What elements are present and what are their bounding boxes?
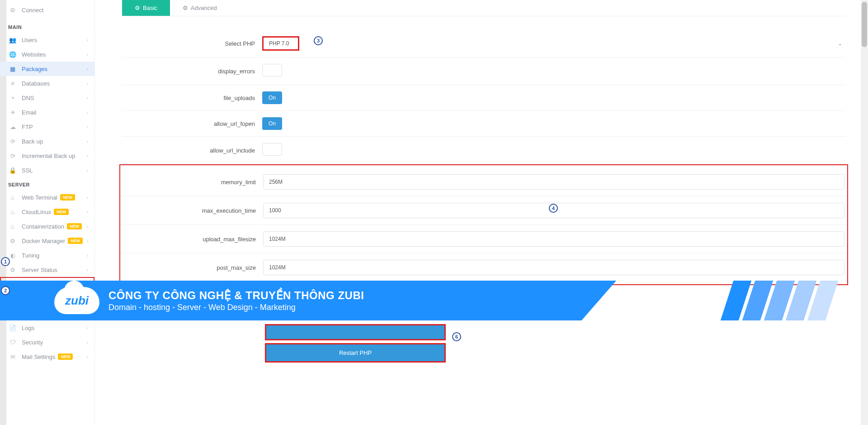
new-badge: NEW — [60, 194, 75, 201]
input-upload-max-filesize[interactable] — [263, 231, 844, 247]
gear-icon: ⚙ — [8, 237, 17, 244]
sidebar-item-mail-settings[interactable]: ✉Mail SettingsNEW› — [0, 349, 94, 364]
chevron-right-icon: › — [87, 325, 88, 330]
label-post-max-size: post_max_size — [123, 264, 263, 271]
annotation-3: 3 — [314, 36, 323, 45]
sidebar-item-server-status[interactable]: ⚙Server Status› — [0, 263, 94, 277]
database-icon: ≡ — [8, 80, 17, 87]
label-display-errors: display_errors — [122, 68, 262, 75]
chevron-right-icon: › — [87, 67, 88, 72]
sidebar: ⚙ Connect MAIN 👥Users› 🌐Websites› ▦Packa… — [0, 0, 95, 425]
sidebar-item-containerization[interactable]: ♨ContainerizationNEW› — [0, 219, 94, 234]
gear-icon: ⚙ — [8, 6, 17, 14]
chevron-right-icon: › — [87, 81, 88, 86]
chevron-right-icon: › — [87, 224, 88, 229]
label-max-execution-time: max_execution_time — [123, 207, 263, 214]
sidebar-item-backup[interactable]: ⟳Back up› — [0, 134, 94, 148]
label-memory-limit: memory_limit — [123, 179, 263, 186]
toggle-allow-url-fopen[interactable]: On — [262, 117, 282, 130]
input-post-max-size[interactable] — [263, 260, 844, 275]
cloud-icon: ☁ — [8, 123, 17, 130]
half-icon: ◐ — [8, 252, 17, 259]
chevron-right-icon: › — [87, 96, 88, 100]
chevron-right-icon: › — [87, 253, 88, 258]
fire-icon: ♨ — [8, 223, 17, 230]
sidebar-item-packages[interactable]: ▦Packages› — [0, 62, 94, 76]
globe-icon: 🌐 — [8, 51, 17, 58]
sidebar-item-websites[interactable]: 🌐Websites› — [0, 47, 94, 62]
banner-title: CÔNG TY CÔNG NGHỆ & TRUYỀN THÔNG ZUBI — [108, 289, 364, 302]
annotation-4: 4 — [549, 204, 558, 213]
chevron-right-icon: › — [87, 340, 88, 345]
sidebar-item-dns[interactable]: ⚬DNS› — [0, 91, 94, 105]
sidebar-item-web-terminal[interactable]: ♨Web TerminalNEW› — [0, 190, 94, 205]
sidebar-item-docker-manager[interactable]: ⚙Docker ManagerNEW› — [0, 234, 94, 248]
sidebar-item-ftp[interactable]: ☁FTP› — [0, 119, 94, 134]
main-content: ⚙Basic ⚙Advanced Select PHP PHP 7.0 ⌄ di… — [95, 0, 868, 425]
email-icon: ✈ — [8, 109, 17, 116]
fire-icon: ♨ — [8, 208, 17, 215]
php-config-form: Select PHP PHP 7.0 ⌄ display_errors file… — [122, 16, 845, 376]
label-allow-url-include: allow_url_include — [122, 147, 262, 154]
chevron-right-icon: › — [87, 153, 88, 158]
sidebar-item-connect[interactable]: ⚙ Connect — [0, 3, 94, 17]
chevron-right-icon: › — [87, 38, 88, 43]
chevron-right-icon: › — [87, 168, 88, 173]
sidebar-item-users[interactable]: 👥Users› — [0, 33, 94, 47]
sidebar-header-server: SERVER — [0, 177, 94, 190]
sidebar-item-databases[interactable]: ≡Databases› — [0, 76, 94, 91]
chevron-down-icon[interactable]: ⌄ — [838, 41, 842, 46]
dns-icon: ⚬ — [8, 94, 17, 101]
new-badge: NEW — [67, 223, 82, 229]
users-icon: 👥 — [8, 36, 17, 43]
save-button[interactable] — [265, 324, 446, 340]
chevron-right-icon: › — [87, 139, 88, 144]
mail-icon: ✉ — [8, 353, 17, 360]
new-badge: NEW — [58, 353, 73, 360]
sidebar-item-security[interactable]: 🛡Security› — [0, 335, 94, 349]
label: Connect — [22, 7, 43, 14]
gear-icon: ⚙ — [135, 5, 140, 11]
tab-basic[interactable]: ⚙Basic — [122, 0, 170, 16]
select-php-dropdown[interactable]: PHP 7.0 — [262, 36, 299, 51]
chevron-right-icon: › — [87, 124, 88, 129]
sidebar-item-tuning[interactable]: ◐Tuning› — [0, 248, 94, 263]
restart-php-button[interactable]: Restart PHP — [265, 343, 446, 363]
chevron-right-icon: › — [87, 239, 88, 244]
toggle-file-uploads[interactable]: On — [262, 91, 282, 104]
highlighted-config-group: memory_limit max_execution_time upload_m… — [119, 164, 848, 285]
sidebar-item-logs[interactable]: 📄Logs› — [0, 320, 94, 335]
sidebar-item-incremental-backup[interactable]: ⟳Incremental Back up› — [0, 148, 94, 163]
sidebar-header-main: MAIN — [0, 20, 94, 33]
tabs: ⚙Basic ⚙Advanced — [122, 0, 845, 16]
scrollbar-thumb[interactable] — [862, 2, 867, 47]
label-select-php: Select PHP — [122, 40, 262, 47]
file-icon: 📄 — [8, 324, 17, 331]
chevron-right-icon: › — [87, 52, 88, 57]
new-badge: NEW — [54, 209, 69, 215]
chevron-right-icon: › — [87, 354, 88, 359]
shield-icon: 🛡 — [8, 339, 17, 346]
packages-icon: ▦ — [8, 65, 17, 72]
chevron-right-icon: › — [87, 195, 88, 200]
backup-icon: ⟳ — [8, 138, 17, 145]
input-memory-limit[interactable] — [263, 174, 844, 190]
zubi-logo: zubi — [54, 287, 99, 314]
toggle-allow-url-include[interactable] — [262, 143, 282, 156]
chevron-right-icon: › — [87, 110, 88, 115]
scrollbar[interactable] — [861, 0, 868, 425]
label-allow-url-fopen: allow_url_fopen — [122, 120, 262, 127]
sidebar-item-ssl[interactable]: 🔒SSL› — [0, 163, 94, 177]
chevron-right-icon: › — [87, 267, 88, 272]
label-upload-max-filesize: upload_max_filesize — [123, 236, 263, 243]
new-badge: NEW — [68, 238, 83, 244]
chevron-right-icon: › — [87, 210, 88, 215]
toggle-display-errors[interactable] — [262, 64, 282, 76]
sidebar-item-cloudlinux[interactable]: ♨CloudLinuxNEW› — [0, 205, 94, 219]
backup-icon: ⟳ — [8, 152, 17, 159]
tab-advanced[interactable]: ⚙Advanced — [170, 0, 230, 16]
annotation-1: 1 — [1, 257, 10, 266]
annotation-6: 6 — [452, 332, 461, 341]
annotation-2: 2 — [1, 286, 10, 295]
sidebar-item-email[interactable]: ✈Email› — [0, 105, 94, 119]
